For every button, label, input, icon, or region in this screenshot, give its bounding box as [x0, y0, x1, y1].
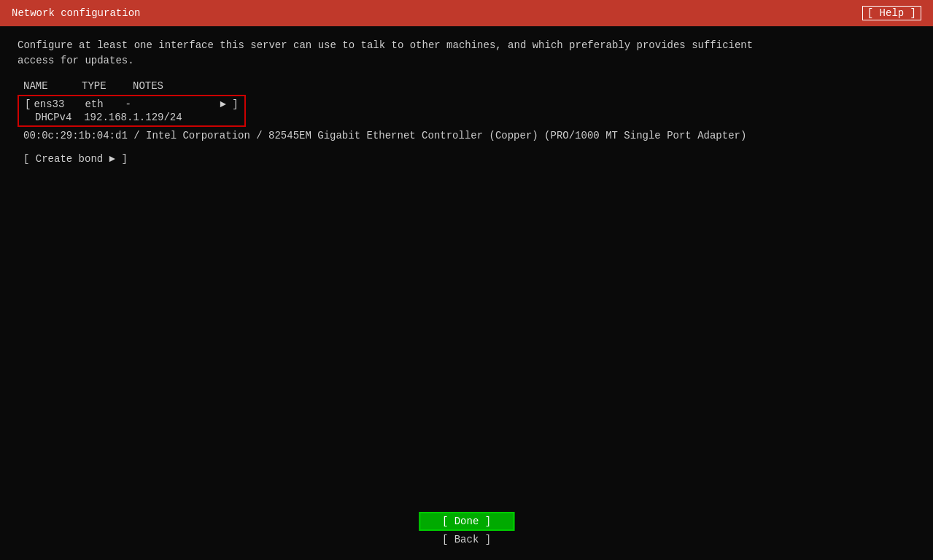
interface-list[interactable]: [ ens33 eth - ► ] DHCPv4 192.168.1.129/2…: [18, 95, 246, 127]
bracket-open: [: [25, 98, 31, 110]
iface-notes: -: [125, 98, 220, 110]
mac-info: 00:0c:29:1b:04:d1 / Intel Corporation / …: [18, 130, 915, 141]
header-bar: Network configuration [ Help ]: [0, 0, 933, 26]
description-line1: Configure at least one interface this se…: [18, 39, 753, 51]
interface-subrow-dhcp: DHCPv4 192.168.1.129/24: [22, 111, 241, 124]
iface-type: eth: [85, 98, 125, 110]
iface-name: ens33: [34, 98, 85, 110]
col-notes-header: NOTES: [133, 80, 163, 92]
interface-row-ens33[interactable]: [ ens33 eth - ► ]: [22, 98, 241, 111]
iface-arrow: ► ]: [220, 98, 238, 110]
create-bond-button[interactable]: [ Create bond ► ]: [18, 153, 128, 165]
description-line2: access for updates.: [18, 55, 134, 66]
back-button[interactable]: [ Back ]: [423, 534, 511, 545]
bottom-buttons: [ Done ] [ Back ]: [419, 512, 514, 545]
col-type-header: TYPE: [82, 80, 133, 92]
col-name-header: NAME: [23, 80, 82, 92]
done-button[interactable]: [ Done ]: [419, 512, 514, 531]
main-content: Configure at least one interface this se…: [0, 26, 933, 176]
header-title: Network configuration: [12, 7, 140, 19]
help-button[interactable]: [ Help ]: [862, 6, 921, 20]
description-text: Configure at least one interface this se…: [18, 38, 915, 69]
dhcp-info: DHCPv4 192.168.1.129/24: [35, 112, 182, 123]
column-headers: NAME TYPE NOTES: [18, 80, 915, 92]
